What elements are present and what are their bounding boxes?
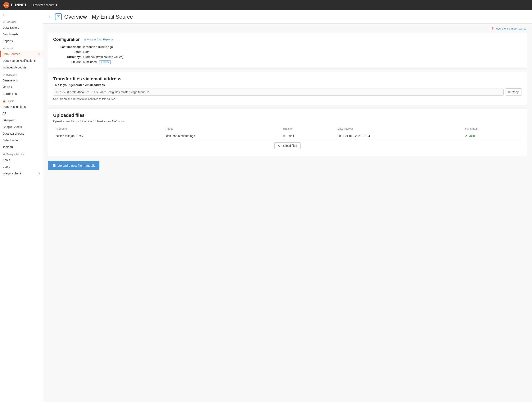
account-arrow-icon: ▼	[55, 3, 58, 7]
uploaded-files-hint: Upload a new file by clicking the "Uploa…	[53, 120, 522, 123]
configuration-card: Configuration ⊞ View in Data Explorer La…	[48, 33, 527, 69]
sidebar-item-google-sheets[interactable]: Google Sheets	[0, 123, 43, 130]
sidebar-item-dashboards[interactable]: Dashboards	[0, 31, 43, 38]
copy-icon: ⧉	[508, 90, 510, 94]
configuration-title: Configuration	[53, 37, 81, 42]
sidebar: « 📈 Visualize Data Explorer Dashboards R…	[0, 10, 43, 402]
copy-label: Copy	[512, 90, 519, 94]
reload-files-button[interactable]: ↻ Reload files	[274, 142, 301, 149]
upload-new-file-button[interactable]: 📄 Upload a new file manually	[48, 161, 99, 170]
transfer-subtitle: This is your generated email address	[53, 83, 522, 87]
account-selector[interactable]: Filips test account ▼	[31, 3, 58, 7]
account-name: Filips test account	[31, 3, 54, 7]
gear-icon: ⚙	[2, 73, 5, 76]
sidebar-item-ga-upload[interactable]: GA upload	[0, 117, 43, 123]
status-label: Valid	[468, 134, 475, 138]
sidebar-collapse-button[interactable]: «	[0, 12, 43, 18]
fields-label: Fields:	[53, 60, 82, 64]
cell-status: ✔ Valid	[462, 132, 522, 140]
view-in-data-explorer-link[interactable]: ⊞ View in Data Explorer	[84, 38, 113, 41]
show-label: Show	[103, 61, 109, 64]
sidebar-item-data-warehouse[interactable]: Data Warehouse	[0, 130, 43, 137]
main-content: ← Overview - My Email Source ❓ How the f…	[43, 10, 532, 402]
content-area: ❓ How the file import works Configuratio…	[43, 24, 532, 173]
back-button[interactable]: ←	[48, 14, 52, 19]
sidebar-item-reports[interactable]: Reports	[0, 38, 43, 45]
sidebar-item-integrity-check[interactable]: Integrity check ⚠	[0, 170, 43, 177]
fields-count: 5 included	[83, 60, 97, 64]
page-header: ← Overview - My Email Source	[43, 10, 532, 24]
show-fields-button[interactable]: + Show	[99, 60, 111, 64]
topbar: ●●● FUNNEL Filips test account ▼	[0, 0, 532, 10]
cell-date-interval: 2021-01-01 - 2021-01-04	[335, 132, 462, 140]
valid-check-icon: ✔	[465, 134, 468, 138]
help-link[interactable]: ❓ How the file import works	[48, 27, 527, 30]
cell-added: less than a minute ago	[163, 132, 280, 140]
sidebar-item-users[interactable]: Users	[0, 163, 43, 170]
transfer-section-title: Transfer files via email address	[53, 76, 522, 82]
last-imported-label: Last imported:	[53, 45, 82, 49]
sidebar-section-transform: ⚙ Transform	[0, 71, 43, 77]
sidebar-item-included-accounts[interactable]: Included Accounts	[0, 64, 43, 71]
reload-label: Reload files	[282, 144, 297, 147]
sidebar-item-data-studio[interactable]: Data Studio	[0, 137, 43, 144]
plus-icon: +	[101, 61, 102, 64]
building-icon: 🏛	[2, 153, 5, 156]
transfer-card: Transfer files via email address This is…	[48, 72, 527, 105]
date-label: Date:	[53, 50, 82, 54]
email-address-input[interactable]	[53, 89, 504, 96]
config-table: Last imported: less than a minute ago Da…	[53, 45, 522, 64]
grid-icon: ⊞	[84, 38, 86, 41]
sidebar-item-data-explorer[interactable]: Data Explorer	[0, 24, 43, 31]
currency-value: Currency (from column values)	[83, 55, 522, 59]
copy-button[interactable]: ⧉ Copy	[505, 88, 522, 96]
sidebar-item-about[interactable]: About	[0, 157, 43, 163]
upload-button-label: Upload a new file manually	[58, 164, 95, 167]
sidebar-item-data-source-notifications[interactable]: Data Source Notifications	[0, 57, 43, 64]
col-date-interval: Date interval	[335, 125, 462, 132]
fields-value: 5 included + Show	[83, 60, 522, 64]
sidebar-section-visualize: 📈 Visualize	[0, 18, 43, 24]
reload-icon: ↻	[278, 144, 280, 147]
col-file-status: File status	[462, 125, 522, 132]
uploaded-files-title: Uploaded files	[53, 113, 522, 118]
help-link-text: How the file import works	[496, 27, 526, 30]
email-hint-text: Use this email address to upload files t…	[53, 97, 522, 101]
table-row: selfies-test-jan21.csv less than a minut…	[53, 132, 522, 140]
chart-icon: 📈	[2, 20, 6, 23]
sidebar-section-manage-account: 🏛 Manage Account	[0, 150, 43, 157]
view-link-text: View in Data Explorer	[87, 38, 113, 41]
sidebar-item-metrics[interactable]: Metrics	[0, 84, 43, 90]
col-filename: Filename	[53, 125, 163, 132]
sidebar-item-currencies[interactable]: Currencies	[0, 90, 43, 97]
sidebar-item-data-sources[interactable]: Data Sources ⚠	[0, 51, 43, 57]
email-icon: ✉	[283, 134, 285, 138]
sidebar-section-import: ☁ Import	[0, 45, 43, 51]
export-icon: 📤	[2, 100, 6, 102]
reload-row: ↻ Reload files	[53, 140, 522, 152]
integrity-warning-icon: ⚠	[38, 172, 40, 175]
sidebar-item-data-destinations[interactable]: Data Destinations	[0, 103, 43, 110]
transfer-type: Email	[286, 134, 294, 138]
files-table: Filename Added Transfer Date interval Fi…	[53, 125, 522, 140]
email-row: ⧉ Copy	[53, 88, 522, 96]
app-body: « 📈 Visualize Data Explorer Dashboards R…	[0, 10, 532, 402]
currency-label: Currency:	[53, 55, 82, 59]
last-imported-value: less than a minute ago	[83, 45, 522, 49]
logo: ●●● FUNNEL	[3, 2, 27, 8]
col-added: Added	[163, 125, 280, 132]
upload-file-icon: 📄	[52, 164, 56, 167]
help-icon: ❓	[491, 27, 494, 30]
data-sources-warning-icon: ⚠	[38, 52, 40, 56]
sidebar-item-dimensions[interactable]: Dimensions	[0, 77, 43, 84]
cloud-upload-icon: ☁	[2, 47, 5, 50]
sidebar-item-tableau[interactable]: Tableau	[0, 144, 43, 150]
logo-text: FUNNEL	[11, 3, 27, 7]
page-icon	[55, 13, 62, 20]
cell-transfer: ✉ Email	[280, 132, 335, 140]
sidebar-item-api[interactable]: API	[0, 110, 43, 117]
uploaded-files-card: Uploaded files Upload a new file by clic…	[48, 108, 527, 156]
page-title: Overview - My Email Source	[64, 14, 133, 20]
date-value: Date	[83, 50, 522, 54]
sidebar-section-export: 📤 Export	[0, 97, 43, 103]
